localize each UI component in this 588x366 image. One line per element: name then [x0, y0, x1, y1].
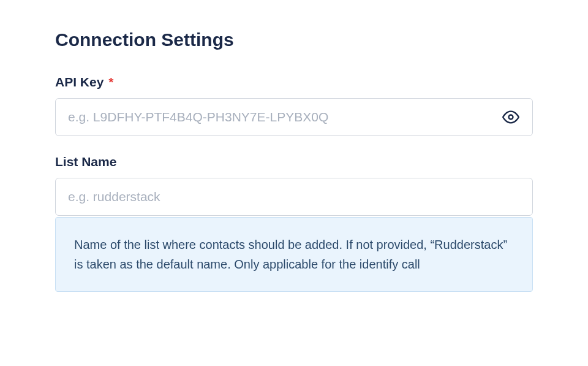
svg-point-0: [509, 115, 513, 120]
page-title: Connection Settings: [55, 29, 533, 50]
list-name-input[interactable]: [55, 178, 533, 216]
list-name-input-wrapper: [55, 178, 533, 216]
list-name-help-text: Name of the list where contacts should b…: [55, 217, 533, 292]
api-key-input[interactable]: [55, 98, 533, 136]
api-key-field-group: API Key *: [55, 75, 533, 136]
eye-icon: [502, 109, 519, 126]
list-name-label-text: List Name: [55, 154, 116, 169]
list-name-field-group: List Name Name of the list where contact…: [55, 154, 533, 292]
toggle-visibility-button[interactable]: [500, 106, 522, 128]
api-key-label-text: API Key: [55, 75, 104, 89]
api-key-label: API Key *: [55, 75, 533, 90]
api-key-input-wrapper: [55, 98, 533, 136]
required-asterisk: *: [108, 75, 113, 89]
list-name-label: List Name: [55, 154, 533, 169]
